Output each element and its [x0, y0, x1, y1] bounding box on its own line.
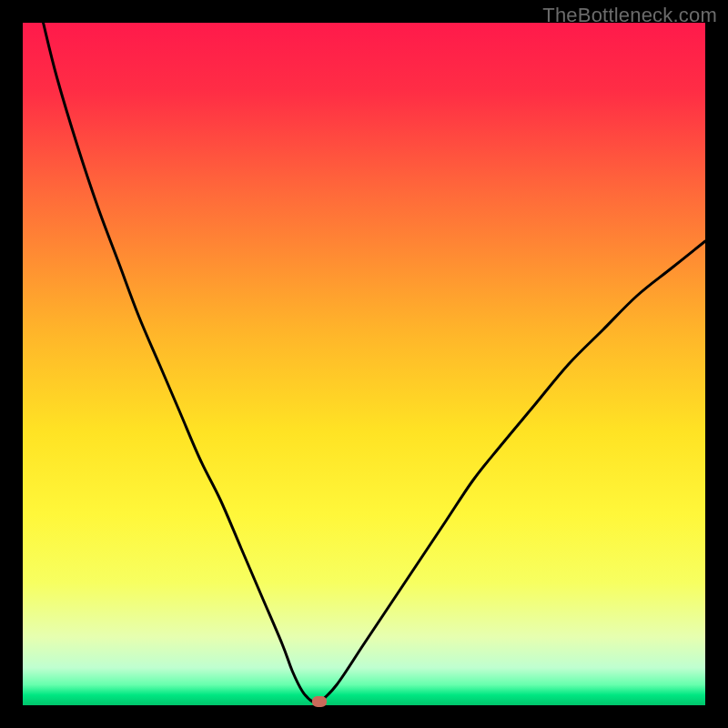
- bottleneck-curve: [44, 23, 706, 703]
- plot-area: [23, 23, 705, 705]
- minimum-marker: [312, 696, 327, 707]
- curve-layer: [23, 23, 705, 705]
- plot-frame: [23, 23, 705, 705]
- watermark-text: TheBottleneck.com: [542, 4, 717, 27]
